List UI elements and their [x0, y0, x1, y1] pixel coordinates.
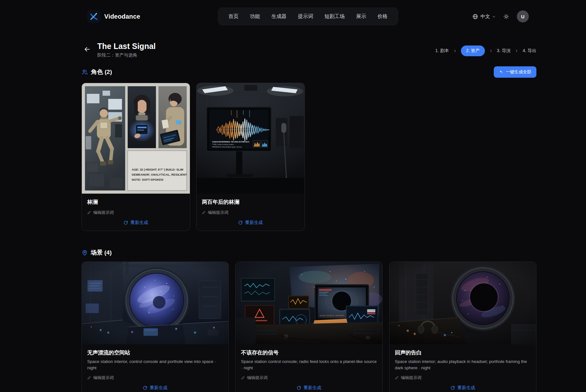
nav-item-prompts[interactable]: 提示词 — [292, 13, 319, 20]
nav-item-home[interactable]: 首页 — [223, 13, 244, 20]
sparkles-icon — [499, 70, 503, 74]
edit-prompt-button[interactable]: 编辑提示词 — [241, 375, 377, 381]
language-label: 中文 — [480, 14, 490, 20]
step-assets[interactable]: 2. 资产 — [461, 45, 485, 56]
character-image-linlan[interactable]: TRANSMISSION INCOMING... AGE: 32 | HEIGH… — [82, 83, 190, 194]
regenerate-button[interactable]: 重新生成 — [241, 381, 377, 391]
language-selector[interactable]: 中文 — [472, 14, 496, 20]
scene-name: 无声漂流的空间站 — [87, 349, 223, 356]
scenes-section-title: 场景 (4) — [91, 249, 112, 257]
scenes-grid: 无声漂流的空间站 Space station interior, control… — [82, 262, 536, 392]
nav-item-generator[interactable]: 生成器 — [266, 13, 292, 20]
page-title: The Last Signal — [97, 42, 156, 51]
scene-image-drifting-station[interactable] — [82, 262, 228, 344]
pencil-icon — [241, 376, 245, 380]
map-pin-icon — [82, 250, 88, 256]
pencil-icon — [87, 376, 91, 380]
character-card-future-linlan: CHARACTER REFERENCE: THE VOICE (FUTURE S… — [196, 83, 305, 231]
stats-line-1: AGE: 32 | HEIGHT: 5'7" | BUILD: SLIM — [132, 168, 183, 171]
refresh-icon — [450, 386, 455, 390]
character-name: 林澜 — [87, 198, 184, 206]
nav-item-studio[interactable]: 短剧工场 — [319, 13, 350, 20]
scene-description: Space station control console; radio fee… — [241, 359, 377, 371]
characters-section-header: 角色 (2) 一键生成全部 — [82, 66, 536, 78]
videodance-logo-icon — [87, 10, 100, 23]
chevron-right-icon — [489, 49, 493, 53]
edit-prompt-label: 编辑提示词 — [247, 375, 268, 381]
screen-line-2: TONE: Husky, knowing, patient — [212, 143, 234, 145]
avatar-initial: U — [521, 14, 525, 19]
nav-item-pricing[interactable]: 价格 — [372, 13, 393, 20]
theme-toggle[interactable] — [503, 14, 509, 20]
character-image-future-linlan[interactable]: CHARACTER REFERENCE: THE VOICE (FUTURE S… — [196, 83, 305, 194]
scene-description: Space station interior, control console … — [87, 359, 223, 371]
back-button[interactable] — [82, 44, 92, 54]
scene-artwork-drifting-station — [82, 262, 228, 344]
nav-item-showcase[interactable]: 展示 — [350, 13, 372, 20]
edit-prompt-label: 编辑提示词 — [401, 375, 421, 381]
nav-item-features[interactable]: 功能 — [244, 13, 266, 20]
step-director[interactable]: 3. 导演 — [497, 48, 511, 54]
scene-image-echo-confession[interactable] — [390, 262, 536, 344]
regenerate-label: 重新生成 — [457, 385, 475, 391]
chevron-down-icon — [492, 15, 496, 18]
screen-line-1: CHARACTER REFERENCE: THE VOICE (FUTURE S… — [212, 141, 249, 143]
edit-prompt-button[interactable]: 编辑提示词 — [395, 375, 531, 381]
scene-name: 不该存在的信号 — [241, 349, 377, 356]
characters-section-title: 角色 (2) — [91, 68, 112, 76]
scene-name: 回声的告白 — [395, 349, 531, 356]
regenerate-label: 重新生成 — [130, 220, 148, 226]
scene-description: Space station interior; audio playback i… — [395, 359, 531, 371]
chevron-right-icon — [515, 49, 518, 53]
screen-line-3: PRESENCE: Disembodied signal, memory — [212, 146, 242, 148]
stats-line-3: NOTE: SOFT-SPOKEN — [132, 178, 163, 181]
pencil-icon — [395, 376, 399, 380]
regenerate-button[interactable]: 重新生成 — [87, 215, 184, 226]
character-name: 两百年后的林澜 — [202, 198, 299, 206]
scene-artwork-impossible-signal: SIGNAL SOURCE: UNKNOWN - ANOMALY DETECTE… — [236, 262, 382, 344]
refresh-icon — [143, 386, 147, 390]
app-header: Videodance 首页 功能 生成器 提示词 短剧工场 展示 价格 中文 — [0, 0, 586, 33]
character-artwork-linlan: TRANSMISSION INCOMING... AGE: 32 | HEIGH… — [82, 83, 190, 194]
generate-all-button[interactable]: 一键生成全部 — [494, 66, 536, 78]
step-export[interactable]: 4. 导出 — [523, 48, 536, 54]
edit-prompt-button[interactable]: 编辑提示词 — [87, 210, 184, 215]
workflow-steps: 1. 剧本 2. 资产 3. 导演 4. 导出 — [435, 45, 536, 56]
generate-all-label: 一键生成全部 — [506, 69, 531, 75]
edit-prompt-button[interactable]: 编辑提示词 — [202, 210, 299, 215]
chevron-right-icon — [453, 49, 457, 53]
brand[interactable]: Videodance — [87, 10, 140, 23]
globe-icon — [472, 14, 478, 20]
users-icon — [82, 69, 88, 75]
regenerate-button[interactable]: 重新生成 — [202, 215, 299, 226]
scene-image-impossible-signal[interactable]: SIGNAL SOURCE: UNKNOWN - ANOMALY DETECTE… — [236, 262, 382, 344]
scene-artwork-echo-confession — [390, 262, 536, 344]
scene-card-drifting-station: 无声漂流的空间站 Space station interior, control… — [82, 262, 229, 392]
character-artwork-future-linlan: CHARACTER REFERENCE: THE VOICE (FUTURE S… — [196, 83, 305, 194]
scene-card-impossible-signal: SIGNAL SOURCE: UNKNOWN - ANOMALY DETECTE… — [235, 262, 383, 392]
step-script[interactable]: 1. 剧本 — [435, 48, 449, 54]
main-nav: 首页 功能 生成器 提示词 短剧工场 展示 价格 — [218, 8, 398, 25]
user-avatar[interactable]: U — [517, 10, 529, 22]
scenes-section-header: 场景 (4) — [82, 249, 536, 257]
project-title-row: The Last Signal 阶段二：资产与选角 1. 剧本 2. 资产 3.… — [82, 42, 536, 58]
regenerate-label: 重新生成 — [245, 220, 263, 226]
edit-prompt-label: 编辑提示词 — [93, 375, 114, 381]
edit-prompt-button[interactable]: 编辑提示词 — [87, 375, 223, 381]
stats-line-2: DEMEANOR: ANALYTICAL, RESILIENT — [132, 173, 187, 176]
characters-grid: TRANSMISSION INCOMING... AGE: 32 | HEIGH… — [82, 83, 536, 231]
edit-prompt-label: 编辑提示词 — [208, 210, 228, 215]
character-card-linlan: TRANSMISSION INCOMING... AGE: 32 | HEIGH… — [82, 83, 190, 231]
edit-prompt-label: 编辑提示词 — [93, 210, 114, 215]
main-content: The Last Signal 阶段二：资产与选角 1. 剧本 2. 资产 3.… — [82, 42, 536, 392]
pencil-icon — [87, 211, 91, 214]
pencil-icon — [202, 211, 206, 214]
regenerate-button[interactable]: 重新生成 — [395, 381, 531, 391]
regenerate-button[interactable]: 重新生成 — [87, 381, 223, 391]
regenerate-label: 重新生成 — [304, 385, 321, 391]
page-subtitle: 阶段二：资产与选角 — [97, 52, 156, 58]
brand-name: Videodance — [104, 13, 140, 20]
sun-icon — [503, 14, 509, 20]
arrow-left-icon — [83, 45, 91, 53]
regenerate-label: 重新生成 — [150, 385, 167, 391]
